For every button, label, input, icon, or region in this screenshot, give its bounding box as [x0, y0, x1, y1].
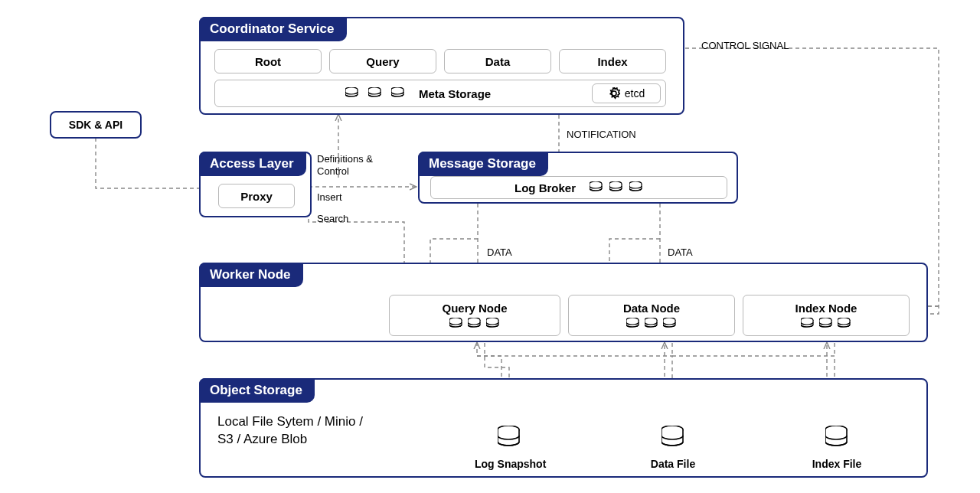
database-icon	[498, 426, 521, 449]
notification-label: NOTIFICATION	[567, 129, 636, 141]
sdk-api-box: SDK & API	[50, 111, 142, 139]
log-snapshot: Log Snapshot	[475, 426, 544, 470]
worker-node-title: Worker Node	[199, 263, 303, 287]
object-storage-title: Object Storage	[199, 378, 315, 403]
db-icons	[449, 318, 500, 330]
index-node-box: Index Node	[743, 295, 910, 336]
index-file: Index File	[810, 426, 864, 470]
database-icon	[590, 181, 603, 194]
database-icon	[662, 426, 684, 449]
db-icons	[801, 318, 851, 330]
database-icon	[449, 318, 463, 330]
message-storage-panel: Message Storage Log Broker	[418, 152, 738, 204]
control-signal-label: CONTROL SIGNAL	[701, 40, 789, 52]
message-storage-title: Message Storage	[418, 152, 548, 176]
database-icon	[819, 318, 833, 330]
def-control-label: Definitions & Control	[317, 153, 373, 178]
database-icon	[486, 318, 500, 330]
database-icon	[468, 318, 482, 330]
gear-icon	[608, 87, 620, 100]
data-label-2: DATA	[668, 246, 693, 259]
insert-label: Insert	[317, 191, 342, 204]
log-broker-box: Log Broker	[430, 176, 727, 199]
etcd-box: etcd	[592, 83, 661, 103]
database-icon	[391, 87, 405, 100]
object-storage-note: Local File Sytem / Minio / S3 / Azure Bl…	[217, 413, 363, 449]
coord-query: Query	[329, 49, 436, 73]
database-icon	[345, 87, 359, 100]
proxy-box: Proxy	[218, 184, 295, 208]
coord-root: Root	[214, 49, 322, 73]
access-layer-panel: Access Layer Proxy	[199, 152, 312, 217]
db-icons	[626, 318, 677, 330]
data-label-1: DATA	[487, 246, 512, 259]
database-icon	[645, 318, 658, 330]
access-layer-title: Access Layer	[199, 152, 306, 176]
coordinator-title: Coordinator Service	[199, 17, 347, 41]
object-storage-panel: Object Storage Local File Sytem / Minio …	[199, 378, 928, 478]
data-file: Data File	[646, 426, 700, 470]
database-icon	[626, 318, 640, 330]
sdk-api-label: SDK & API	[69, 119, 122, 131]
meta-storage-box: Meta Storage etcd	[214, 80, 666, 107]
database-icon	[609, 181, 623, 194]
database-icon	[663, 318, 677, 330]
coordinator-panel: Coordinator Service Root Query Data Inde…	[199, 17, 684, 115]
database-icon	[825, 426, 848, 449]
database-icon	[838, 318, 851, 330]
coord-index: Index	[559, 49, 666, 73]
query-node-box: Query Node	[389, 295, 560, 336]
database-icon	[629, 181, 643, 194]
meta-storage-label: Meta Storage	[419, 87, 491, 100]
database-icon	[801, 318, 815, 330]
coord-data: Data	[444, 49, 551, 73]
worker-node-panel: Worker Node Query Node Data Node Index N…	[199, 263, 928, 342]
database-icon	[368, 87, 382, 100]
search-label: Search	[317, 213, 348, 225]
data-node-box: Data Node	[568, 295, 735, 336]
